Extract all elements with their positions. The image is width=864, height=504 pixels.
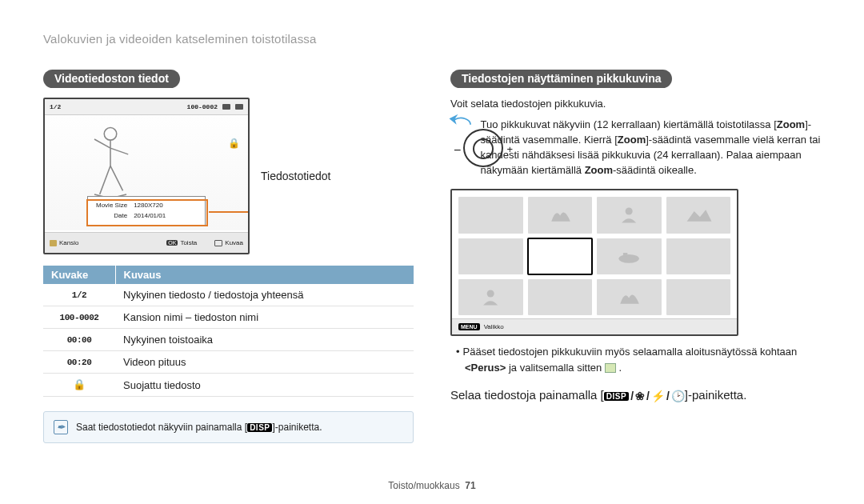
table-row: 🔒Suojattu tiedosto [43,374,414,397]
left-column: Videotiedoston tiedot 1/2 100-0002 00:00… [43,70,414,443]
table-row: 00:00Nykyinen toistoaika [43,329,414,351]
gallery-app-icon [605,363,616,373]
thumbnail-grid-screenshot: MENU Valikko [450,189,738,336]
svg-point-1 [626,208,633,215]
lock-icon: 🔒 [73,379,86,391]
thumb-cell [597,279,662,315]
icon-description-table: Kuvake Kuvaus 1/2Nykyinen tiedosto / tie… [43,266,414,397]
section-heading-video-info: Videotiedoston tiedot [43,70,180,88]
table-header-desc: Kuvaus [115,266,414,284]
highlight-connector [209,211,250,213]
ok-button-label: OK [166,240,178,246]
battery-icon [235,104,243,110]
zoom-dial-illustration: − + [450,118,470,167]
menu-label: Valikko [484,323,504,330]
svg-rect-3 [623,253,627,257]
page-footer: Toisto/muokkaus 71 [0,480,864,491]
info-note: ✒ Saat tiedostotiedot näkyviin painamall… [43,411,414,443]
folder-icon [50,240,57,246]
disp-button-label: DISP [247,423,272,432]
table-row: 1/2Nykyinen tiedosto / tiedostoja yhteen… [43,284,414,306]
thumb-cell [666,279,731,315]
thumbnail-intro: Voit selata tiedostojen pikkukuvia. [450,98,821,110]
bullet-note: •Pääset tiedostojen pikkukuviin myös sel… [450,344,821,375]
minus-icon: − [454,143,461,158]
table-row: 100-0002Kansion nimi – tiedoston nimi [43,306,414,329]
svg-point-4 [487,290,494,298]
flash-icon: ⚡ [651,390,665,402]
table-row: 00:20Videon pituus [43,351,414,374]
disp-button-label: DISP [604,392,629,401]
file-info-callout-label: Tiedostotiedot [261,170,330,182]
rotate-arrow-icon [447,113,478,130]
camera-icon [214,240,222,246]
sd-icon [222,104,230,110]
info-icon: ✒ [54,420,68,434]
thumb-cell [458,279,523,315]
breadcrumb: Valokuvien ja videoiden katseleminen toi… [43,32,821,46]
menu-button-label: MENU [458,323,480,330]
svg-point-2 [619,254,639,263]
macro-icon: ❀ [635,390,645,402]
section-heading-thumbnails: Tiedostojen näyttäminen pikkukuvina [450,70,672,88]
highlight-box [86,199,208,226]
dancer-illustration [78,123,142,203]
svg-point-0 [104,128,117,141]
right-column: Tiedostojen näyttäminen pikkukuvina Voit… [450,70,821,443]
thumb-cell [528,197,593,233]
lock-icon: 🔒 [228,138,240,149]
thumb-cell [597,197,662,233]
video-info-screenshot: 1/2 100-0002 00:00 00:20 [43,98,250,254]
thumb-cell-selected [528,238,593,274]
zoom-instruction-text: Tuo pikkukuvat näkyviin (12 kerrallaan) … [481,118,821,178]
thumb-cell [458,238,523,274]
counter-label: 1/2 [50,103,61,110]
folder-file-label: 100-0002 [187,103,218,110]
timer-icon: 🕑 [671,390,685,402]
table-header-icon: Kuvake [43,266,115,284]
plus-icon: + [506,143,513,155]
thumb-cell [458,197,523,233]
thumb-cell [528,279,593,315]
thumb-cell [666,197,731,233]
thumb-cell [597,238,662,274]
browse-files-instruction: Selaa tiedostoja painamalla [ DISP/ ❀/ ⚡… [450,388,821,402]
thumb-cell [666,238,731,274]
